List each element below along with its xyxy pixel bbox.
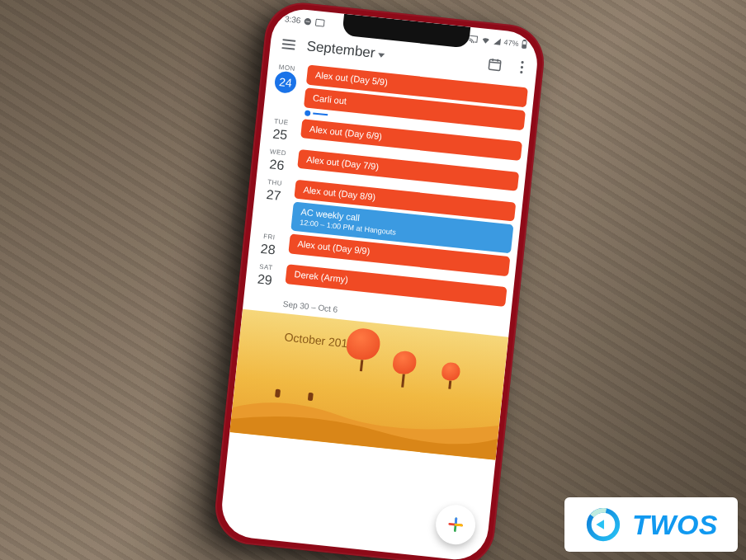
- day-number: 28: [252, 239, 285, 261]
- day-label[interactable]: WED 26: [260, 145, 294, 176]
- tree-illustration: [344, 327, 381, 374]
- day-label[interactable]: THU 27: [254, 176, 290, 230]
- dnd-icon: [304, 16, 313, 26]
- now-dot-icon: [305, 110, 311, 116]
- create-event-fab[interactable]: [434, 503, 478, 547]
- battery-icon: [521, 39, 528, 49]
- agenda-list[interactable]: MON 24 Alex out (Day 5/9) Carli out: [229, 59, 535, 464]
- wifi-icon: [480, 35, 491, 45]
- hills-illustration: [229, 384, 500, 461]
- svg-rect-2: [316, 19, 325, 26]
- day-number: 26: [260, 154, 293, 176]
- plus-icon: [446, 515, 465, 534]
- event-title: Carli out: [313, 92, 347, 106]
- svg-rect-5: [522, 45, 526, 48]
- watermark-badge: TWOS: [564, 497, 738, 552]
- event-title: Alex out (Day 7/9): [306, 153, 380, 171]
- svg-rect-4: [524, 40, 526, 40]
- tree-illustration: [440, 362, 460, 390]
- today-button[interactable]: [481, 51, 508, 82]
- status-time: 3:36: [284, 14, 301, 25]
- svg-point-8: [521, 66, 524, 69]
- phone-screen: 3:36 47%: [219, 7, 541, 560]
- svg-rect-6: [489, 59, 501, 70]
- tree-illustration: [390, 351, 417, 389]
- event-title: Alex out (Day 8/9): [303, 184, 376, 201]
- day-label[interactable]: TUE 25: [263, 115, 297, 145]
- day-number: 29: [248, 270, 281, 291]
- svg-marker-12: [596, 520, 604, 529]
- svg-point-9: [520, 71, 523, 74]
- watermark-text: TWOS: [632, 509, 718, 541]
- day-number: 24: [274, 70, 298, 94]
- month-banner-label: October 2018: [284, 331, 355, 351]
- month-label: September: [306, 38, 376, 62]
- phone-device: 3:36 47%: [211, 0, 547, 560]
- camera-icon: [315, 18, 326, 27]
- event-title: Derek (Army): [294, 269, 348, 285]
- day-number: 25: [263, 124, 296, 145]
- day-label[interactable]: SAT 29: [248, 261, 282, 291]
- battery-text: 47%: [503, 38, 519, 48]
- event-title: Alex out (Day 5/9): [315, 70, 389, 87]
- chevron-down-icon: [378, 53, 385, 58]
- menu-button[interactable]: [278, 35, 300, 54]
- day-label[interactable]: MON 24: [267, 61, 303, 115]
- day-label[interactable]: FRI 28: [252, 230, 286, 261]
- more-options-button[interactable]: [514, 55, 530, 82]
- event-title: Alex out (Day 9/9): [297, 239, 371, 256]
- signal-icon: [493, 36, 502, 45]
- day-number: 27: [257, 185, 290, 206]
- cast-icon: [468, 34, 479, 43]
- now-line: [313, 113, 328, 115]
- svg-point-7: [521, 61, 524, 64]
- event-title: Alex out (Day 6/9): [309, 124, 383, 141]
- watermark-logo-icon: [584, 506, 622, 544]
